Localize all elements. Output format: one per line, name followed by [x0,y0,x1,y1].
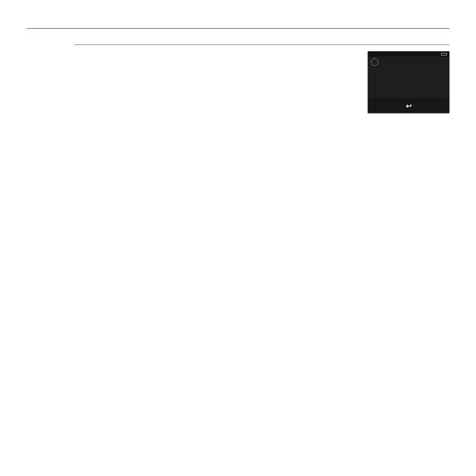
page-title [26,26,450,29]
device-header [368,56,449,69]
manual-page: ↩ [0,0,476,476]
battery-icon [441,53,446,56]
content-area: ↩ [74,45,450,113]
back-icon: ↩ [406,102,412,110]
device-status-bar [368,52,449,56]
device-back-bar: ↩ [368,99,449,113]
device-screenshot: ↩ [368,51,450,113]
device-spacer [368,69,449,99]
section: ↩ [26,45,450,113]
gear-icon [371,58,379,66]
